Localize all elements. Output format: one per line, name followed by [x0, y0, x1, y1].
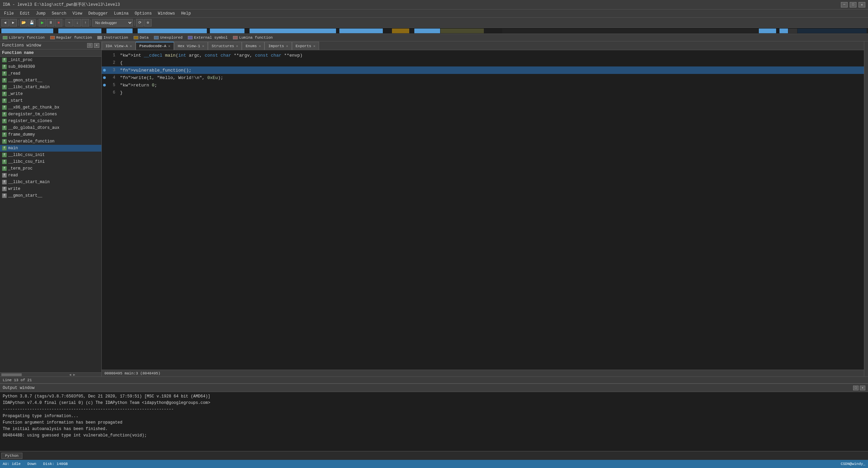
legend-library-color	[3, 36, 7, 39]
breakpoint-dot	[103, 76, 106, 79]
function-item[interactable]: f_term_proc	[0, 165, 101, 172]
menu-file[interactable]: File	[1, 11, 17, 17]
menu-windows[interactable]: Windows	[155, 11, 178, 17]
function-item[interactable]: f__libc_start_main	[0, 179, 101, 186]
function-icon: f	[2, 125, 7, 130]
function-item[interactable]: f_read	[0, 70, 101, 77]
function-name: vulnerable_function	[8, 139, 55, 144]
function-item[interactable]: fmain	[0, 145, 101, 152]
code-line[interactable]: 5 "kw">return 0;	[102, 81, 864, 89]
code-line[interactable]: 3 "fn">vulnerable_function();	[102, 66, 864, 74]
tab-close-icon[interactable]: ✕	[130, 44, 132, 48]
output-float-btn[interactable]: □	[853, 386, 859, 390]
save-button[interactable]: 💾	[28, 19, 36, 26]
menu-jump[interactable]: Jump	[33, 11, 48, 17]
output-controls[interactable]: □ ✕	[853, 386, 865, 390]
menu-help[interactable]: Help	[178, 11, 194, 17]
menu-view[interactable]: View	[70, 11, 85, 17]
tab-hex-view[interactable]: Hex View-1✕	[174, 42, 208, 50]
tab-close-icon[interactable]: ✕	[313, 44, 315, 48]
functions-list[interactable]: f_init_procfsub_8048300f_readf__gmon_sta…	[0, 57, 101, 372]
function-item[interactable]: f__do_global_dtors_aux	[0, 124, 101, 131]
function-item[interactable]: f__libc_start_main	[0, 84, 101, 91]
function-icon: f	[2, 180, 7, 184]
debugger-dropdown[interactable]: No debugger	[92, 19, 133, 26]
panel-controls[interactable]: □ ✕	[87, 43, 99, 48]
function-item[interactable]: f__libc_csu_init	[0, 152, 101, 158]
menu-edit[interactable]: Edit	[17, 11, 33, 17]
function-item[interactable]: f_init_proc	[0, 57, 101, 63]
function-item[interactable]: f__x86_get_pc_thunk_bx	[0, 104, 101, 111]
tab-close-icon[interactable]: ✕	[202, 44, 204, 48]
code-area[interactable]: 1"kw">int __cdecl main(int argc, const c…	[102, 50, 864, 370]
pause-button[interactable]: ⏸	[47, 19, 54, 26]
tab-close-icon[interactable]: ✕	[236, 44, 238, 48]
refresh-button[interactable]: ⟳	[136, 19, 143, 26]
menu-lumina[interactable]: Lumina	[111, 11, 131, 17]
settings-button[interactable]: ⚙	[144, 19, 152, 26]
close-button[interactable]: ✕	[859, 2, 865, 7]
line-content: }	[117, 90, 123, 95]
tab-enums[interactable]: Enums✕	[242, 42, 264, 50]
menu-options[interactable]: Options	[132, 11, 154, 17]
line-info-bar: Line 13 of 21	[0, 376, 868, 383]
function-item[interactable]: fregister_tm_clones	[0, 118, 101, 124]
navigation-bar[interactable]	[0, 28, 868, 34]
python-tab-bar: Python	[0, 451, 868, 460]
panel-scrollbar-horizontal[interactable]: ◀ ▶	[0, 372, 101, 376]
output-panel: Output window □ ✕ Python 3.8.7 (tags/v3.…	[0, 383, 868, 451]
menu-debugger[interactable]: Debugger	[85, 11, 111, 17]
function-item[interactable]: f__gmon_start__	[0, 77, 101, 84]
panel-close-btn[interactable]: ✕	[94, 43, 99, 48]
function-item[interactable]: fwrite	[0, 186, 101, 192]
tab-close-icon[interactable]: ✕	[259, 44, 261, 48]
function-item[interactable]: f_start	[0, 97, 101, 104]
legend-data-color	[134, 36, 138, 39]
output-close-btn[interactable]: ✕	[860, 386, 865, 390]
tab-ida-view[interactable]: IDA View-A✕	[102, 42, 136, 50]
legend-library-label: Library function	[9, 36, 45, 40]
code-line[interactable]: 1"kw">int __cdecl main(int argc, const c…	[102, 52, 864, 59]
minimize-button[interactable]: ─	[841, 2, 848, 7]
function-item[interactable]: f__libc_csu_fini	[0, 158, 101, 165]
tab-imports[interactable]: Imports✕	[264, 42, 292, 50]
panel-float-btn[interactable]: □	[87, 43, 93, 48]
legend-external-color	[188, 36, 193, 39]
function-item[interactable]: fvulnerable_function	[0, 138, 101, 145]
legend-data-label: Data	[140, 36, 149, 40]
function-item[interactable]: fread	[0, 172, 101, 179]
run-button[interactable]: ▶	[39, 19, 46, 26]
nav-gap-5	[245, 28, 249, 33]
forward-button[interactable]: ▶	[9, 19, 17, 26]
maximize-button[interactable]: □	[850, 2, 856, 7]
tab-exports[interactable]: Exports✕	[292, 42, 319, 50]
python-tab[interactable]: Python	[1, 453, 22, 459]
code-line[interactable]: 2{	[102, 59, 864, 66]
tab-structures[interactable]: Structures✕	[208, 42, 242, 50]
line-number: 2	[107, 60, 117, 65]
step-into-button[interactable]: ↓	[74, 19, 81, 26]
step-out-button[interactable]: ↑	[82, 19, 89, 26]
tab-close-icon[interactable]: ✕	[168, 44, 170, 48]
tab-close-icon[interactable]: ✕	[286, 44, 288, 48]
function-item[interactable]: fsub_8048300	[0, 63, 101, 70]
function-item[interactable]: f__gmon_start__	[0, 192, 101, 199]
function-icon: f	[2, 58, 7, 62]
toolbar-sep-1	[18, 20, 19, 26]
right-scrollbar[interactable]	[864, 41, 868, 376]
function-item[interactable]: f_write	[0, 91, 101, 97]
function-item[interactable]: fderegister_tm_clones	[0, 111, 101, 118]
open-button[interactable]: 📂	[20, 19, 27, 26]
step-over-button[interactable]: ↷	[65, 19, 73, 26]
code-line[interactable]: 4 "fn">write(1, "Hello, World!\n", 0xEu)…	[102, 74, 864, 81]
back-button[interactable]: ◀	[1, 19, 9, 26]
tab-pseudocode[interactable]: Pseudocode-A✕	[136, 42, 174, 50]
menu-search[interactable]: Search	[49, 11, 69, 17]
line-indicator	[102, 84, 107, 86]
window-controls[interactable]: ─ □ ✕	[841, 2, 865, 7]
scroll-thumb[interactable]	[1, 373, 22, 376]
function-item[interactable]: fframe_dummy	[0, 131, 101, 138]
function-name: sub_8048300	[8, 64, 35, 69]
stop-button[interactable]: ■	[55, 19, 62, 26]
code-line[interactable]: 6}	[102, 89, 864, 96]
